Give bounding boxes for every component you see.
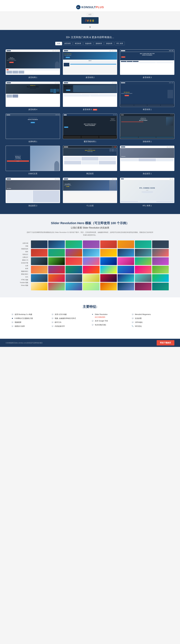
slider-cat-3[interactable]: 功能优先的	[11, 248, 28, 250]
layout-thumb-9[interactable]: WE HELP YOU business togrow and expand	[120, 114, 174, 139]
slider-thumb-14[interactable]	[118, 249, 134, 256]
slider-thumb-32[interactable]	[152, 266, 169, 274]
slider-thumb-3[interactable]	[66, 240, 82, 248]
layout-thumb-12[interactable]: Adventure	[120, 146, 174, 171]
slider-thumb-38[interactable]	[118, 274, 134, 282]
layout-label-5: 多页布局 5 NEW	[63, 108, 117, 111]
slider-thumb-48[interactable]	[152, 283, 169, 290]
feature-100: ❑ 100%端站	[132, 321, 169, 324]
slider-thumb-26[interactable]	[48, 266, 65, 274]
slider-thumb-5[interactable]	[100, 240, 117, 248]
slider-thumb-33[interactable]	[31, 274, 48, 282]
layout-thumb-3[interactable]: BEST CONSULTING HELP FORGROW UP BUSINESS…	[120, 50, 174, 75]
slider-thumb-27[interactable]	[66, 266, 82, 274]
slider-thumb-45[interactable]	[100, 283, 117, 290]
slider-cat-10[interactable]: 标准	[11, 267, 28, 270]
tab-multipage[interactable]: 多页布局	[62, 42, 72, 45]
tab-singlepage[interactable]: 单页布局	[73, 42, 83, 45]
inner-badge: less	[82, 17, 99, 24]
slider-cat-15[interactable]: Youtube 视频	[11, 281, 28, 284]
slider-thumb-4[interactable]	[83, 240, 100, 248]
feature-text-15: SEO优化	[135, 325, 169, 328]
slider-cat-4[interactable]: 画块	[11, 250, 28, 253]
features-section: 主要特征: ❑ 使用 Bootstrap 3.x 构建 ◆ 6 种网站式主题颜色…	[0, 298, 180, 339]
checkmark-icon-13: ❑	[132, 321, 134, 323]
slider-thumb-28[interactable]	[83, 266, 100, 274]
layout-thumb-2[interactable]: Grow Up Business Choose Right Solution. …	[63, 50, 117, 75]
slider-thumb-21[interactable]	[100, 257, 117, 265]
layout-thumb-10[interactable]: KONSULTPLUS Business &Consulting FINANCE…	[6, 146, 60, 171]
slider-thumb-16[interactable]	[152, 249, 169, 256]
slider-thumb-6[interactable]	[118, 240, 134, 248]
slider-thumb-31[interactable]	[135, 266, 152, 274]
slider-thumb-10[interactable]	[48, 249, 65, 256]
slider-thumb-29[interactable]	[100, 266, 117, 274]
slider-thumb-25[interactable]	[31, 266, 48, 274]
slider-thumb-11[interactable]	[66, 249, 82, 256]
slider-cat-9[interactable]: 全屏	[11, 264, 28, 267]
slider-thumb-15[interactable]	[135, 249, 152, 256]
layout-thumb-6[interactable]: We help you business to grow and expand …	[120, 82, 174, 107]
layout-card-9: WE HELP YOU business togrow and expand	[120, 114, 174, 143]
slider-cat-13[interactable]: 结句	[11, 276, 28, 278]
slider-price-link[interactable]: 15个(价格另算)	[95, 316, 105, 318]
slider-thumb-20[interactable]	[83, 257, 100, 265]
layout-thumb-8[interactable]: BEST CONSULTING HELPGROW UP BUSINESS Con…	[63, 114, 117, 139]
slider-cat-14[interactable]: HTML 视频	[11, 278, 28, 281]
tab-dark[interactable]: 深色布局	[104, 42, 114, 45]
layout-thumb-5[interactable]: Take the quality less Consulting solutio…	[63, 82, 117, 107]
tab-all[interactable]: 全部	[55, 42, 62, 45]
layout-label-8: 覆页导航布局 1	[63, 140, 117, 143]
tab-direct[interactable]: 直销布局	[94, 42, 104, 45]
slider-thumb-37[interactable]	[100, 274, 117, 282]
slider-thumb-40[interactable]	[152, 274, 169, 282]
slider-thumb-24[interactable]	[152, 257, 169, 265]
slider-thumb-41[interactable]	[31, 283, 48, 290]
slider-thumb-46[interactable]	[118, 283, 134, 290]
slider-thumb-34[interactable]	[48, 274, 65, 282]
slider-cat-1[interactable]: 全部示例	[11, 242, 28, 245]
slider-cat-12[interactable]: 密集幻框幻	[11, 273, 28, 276]
slider-thumb-1[interactable]	[31, 240, 48, 248]
layout-thumb-15[interactable]: RTL COMING SOON العربية	[120, 178, 174, 203]
slider-thumb-44[interactable]	[83, 283, 100, 290]
slider-cat-5[interactable]: 等等幻灯	[11, 253, 28, 256]
slider-thumb-12[interactable]	[83, 249, 100, 256]
layout-thumb-13[interactable]: City Views	[6, 178, 60, 203]
slider-thumb-36[interactable]	[83, 274, 100, 282]
slider-cat-7[interactable]: 圆弧 & 刊	[11, 259, 28, 262]
slider-thumb-19[interactable]	[66, 257, 82, 265]
layout-thumb-14[interactable]: KonsultPlus Business & Consulting 专业服务	[63, 178, 117, 203]
slider-cat-8[interactable]: 自动化字幕	[11, 262, 28, 264]
slider-thumb-18[interactable]	[48, 257, 65, 265]
slider-thumb-17[interactable]	[31, 257, 48, 265]
slider-thumb-43[interactable]	[66, 283, 82, 290]
slider-thumb-35[interactable]	[66, 274, 82, 282]
tab-hot[interactable]: 热选布局	[84, 42, 93, 45]
slider-thumb-42[interactable]	[48, 283, 65, 290]
feature-seo: 🔍 SEO优化	[132, 325, 169, 328]
slider-thumb-8[interactable]	[152, 240, 169, 248]
slider-thumb-2[interactable]	[48, 240, 65, 248]
slider-thumb-30[interactable]	[118, 266, 134, 274]
slider-thumb-7[interactable]	[135, 240, 152, 248]
slider-thumb-13[interactable]	[100, 249, 117, 256]
layout-thumb-11[interactable]: 2016-2017 NEW COLLECTION Premium Quality	[63, 146, 117, 171]
slider-cat-11[interactable]: 视频外框幻	[11, 270, 28, 273]
slider-thumb-39[interactable]	[135, 274, 152, 282]
tab-rtl[interactable]: RTL 布局	[114, 42, 124, 45]
slider-cat-16[interactable]: Vimeo 视频	[11, 284, 28, 287]
layout-card-10: KONSULTPLUS Business &Consulting FINANCE…	[6, 146, 60, 175]
slider-cat-2[interactable]: 功能	[11, 245, 28, 248]
layout-thumb-7[interactable]: BEST CONSULTING HELP GROW UP BUSINESS Re…	[6, 114, 60, 139]
slider-thumb-22[interactable]	[118, 257, 134, 265]
features-col-3: ★ Slider Revolution 15个(价格另算) ❑ 支持 Googl…	[92, 313, 129, 328]
slider-thumb-23[interactable]	[135, 257, 152, 265]
buy-button[interactable]: 即刻下载购买	[157, 340, 174, 346]
layout-thumb-4[interactable]: BUSINESS Plus Why Choose ConsultPlus Sol…	[6, 82, 60, 107]
slider-thumb-9[interactable]	[31, 249, 48, 256]
slider-thumb-47[interactable]	[135, 283, 152, 290]
layout-label-11: 商店首页	[63, 172, 117, 175]
slider-cat-6[interactable]: 注释幻灯	[11, 256, 28, 259]
layout-thumb-1[interactable]: Take theConsulting Site Business consult…	[6, 50, 60, 75]
